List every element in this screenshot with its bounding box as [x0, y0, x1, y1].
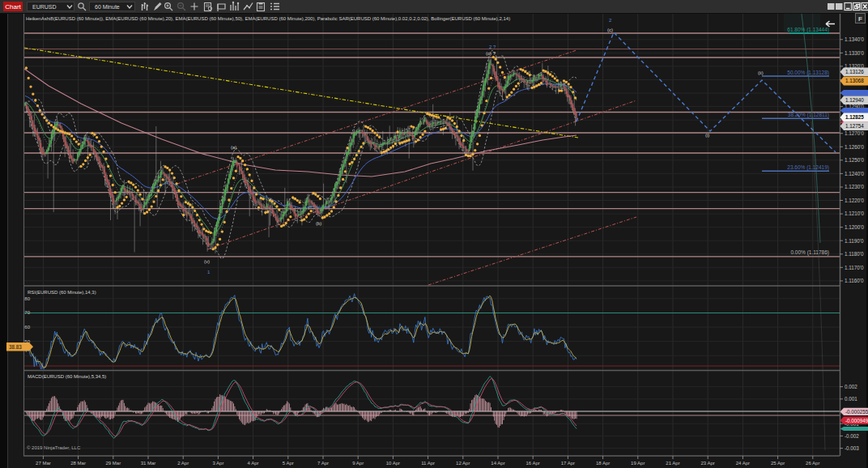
svg-text:1.1340'0: 1.1340'0 — [845, 36, 864, 42]
svg-text:1.1260'0: 1.1260'0 — [845, 144, 864, 150]
svg-text:80: 80 — [24, 296, 30, 301]
svg-text:F: F — [858, 15, 862, 23]
svg-text:MACD(EURUSD (60 Minute),5,34,5: MACD(EURUSD (60 Minute),5,34,5) — [28, 374, 106, 379]
svg-text:2 Apr: 2 Apr — [177, 461, 189, 466]
svg-text:21 Apr: 21 Apr — [666, 461, 679, 466]
svg-text:18 Apr: 18 Apr — [596, 461, 610, 466]
svg-text:-0.003: -0.003 — [845, 445, 859, 451]
svg-text:1.1330'0: 1.1330'0 — [845, 50, 864, 56]
svg-text:-0.002: -0.002 — [845, 433, 859, 439]
svg-text:-0.000255: -0.000255 — [845, 409, 868, 415]
svg-text:1.13068: 1.13068 — [845, 78, 864, 83]
svg-text:14 Apr: 14 Apr — [491, 461, 504, 466]
svg-text:(v): (v) — [204, 259, 210, 264]
svg-text:3 Apr: 3 Apr — [212, 461, 223, 466]
svg-text:26 Apr: 26 Apr — [806, 461, 819, 466]
svg-text:23 Apr: 23 Apr — [701, 461, 715, 466]
svg-text:38.83: 38.83 — [9, 344, 22, 350]
svg-text:0.001: 0.001 — [845, 396, 857, 402]
svg-text:© 2019 NinjaTrader, LLC: © 2019 NinjaTrader, LLC — [27, 445, 81, 450]
svg-text:9 Apr: 9 Apr — [352, 461, 364, 466]
svg-text:(i): (i) — [705, 133, 709, 138]
svg-text:1.1200'0: 1.1200'0 — [845, 224, 864, 230]
svg-text:1.1170'0: 1.1170'0 — [845, 265, 864, 270]
svg-text:60: 60 — [24, 325, 30, 330]
svg-text:2 ?: 2 ? — [489, 45, 496, 49]
svg-text:5 Apr: 5 Apr — [283, 461, 294, 466]
svg-text:1.12940: 1.12940 — [845, 97, 864, 103]
svg-text:1.12754: 1.12754 — [845, 123, 864, 129]
svg-text:28 Mar: 28 Mar — [70, 461, 86, 466]
svg-text:(ii): (ii) — [758, 70, 764, 75]
svg-text:(b): (b) — [316, 221, 321, 226]
svg-text:1.1210'0: 1.1210'0 — [845, 211, 864, 216]
svg-text:1.12825: 1.12825 — [845, 114, 864, 120]
svg-text:4 Apr: 4 Apr — [248, 461, 259, 466]
svg-text:38.20% (1.12811): 38.20% (1.12811) — [788, 112, 829, 118]
svg-text:1.1240'0: 1.1240'0 — [845, 171, 864, 177]
svg-text:31 Mar: 31 Mar — [141, 461, 156, 466]
svg-text:1.1180'0: 1.1180'0 — [845, 251, 864, 257]
svg-text:24 Apr: 24 Apr — [736, 461, 750, 466]
svg-text:1.1250'0: 1.1250'0 — [845, 157, 864, 163]
svg-text:61.80% (1.13444): 61.80% (1.13444) — [787, 27, 829, 33]
svg-text:1.1190'0: 1.1190'0 — [845, 238, 864, 244]
svg-text:Chart: Chart — [5, 3, 21, 11]
svg-text:10 Apr: 10 Apr — [386, 461, 400, 466]
svg-text:0.002: 0.002 — [845, 384, 857, 389]
svg-text:(c) ?: (c) ? — [486, 51, 496, 56]
svg-text:17 Apr: 17 Apr — [561, 461, 575, 466]
svg-text:1.1220'0: 1.1220'0 — [845, 198, 864, 203]
svg-text:60 Minute: 60 Minute — [95, 4, 120, 10]
svg-text:EURUSD: EURUSD — [32, 4, 57, 10]
svg-text:1.1230'0: 1.1230'0 — [845, 184, 864, 189]
svg-text:50.00% (1.13128): 50.00% (1.13128) — [787, 70, 829, 76]
svg-text:19 Apr: 19 Apr — [631, 461, 645, 466]
svg-text:HeikenAshi8(EURUSD (60 Minute): HeikenAshi8(EURUSD (60 Minute)), EMA(EUR… — [26, 16, 510, 21]
svg-text:70: 70 — [24, 310, 30, 315]
svg-text:1.1270'0: 1.1270'0 — [845, 130, 864, 136]
svg-text:7 Apr: 7 Apr — [317, 461, 329, 466]
svg-text:1.1160'0: 1.1160'0 — [845, 278, 864, 283]
svg-text:12 Apr: 12 Apr — [456, 461, 470, 466]
svg-text:29 Mar: 29 Mar — [105, 461, 121, 466]
svg-text:1.13126: 1.13126 — [845, 69, 864, 74]
svg-text:0.00% (1.11786): 0.00% (1.11786) — [790, 249, 829, 256]
svg-text:RSI(EURUSD (60 Minute),14,3): RSI(EURUSD (60 Minute),14,3) — [28, 290, 96, 295]
svg-text:-0.000949: -0.000949 — [845, 418, 868, 423]
svg-text:(c): (c) — [607, 28, 613, 32]
svg-text:25 Apr: 25 Apr — [771, 461, 785, 466]
svg-text:11 Apr: 11 Apr — [421, 461, 435, 466]
svg-text:23.60% (1.12419): 23.60% (1.12419) — [787, 164, 829, 171]
svg-text:16 Apr: 16 Apr — [526, 461, 540, 466]
svg-text:27 Mar: 27 Mar — [36, 461, 51, 466]
svg-text:(a): (a) — [231, 145, 236, 150]
